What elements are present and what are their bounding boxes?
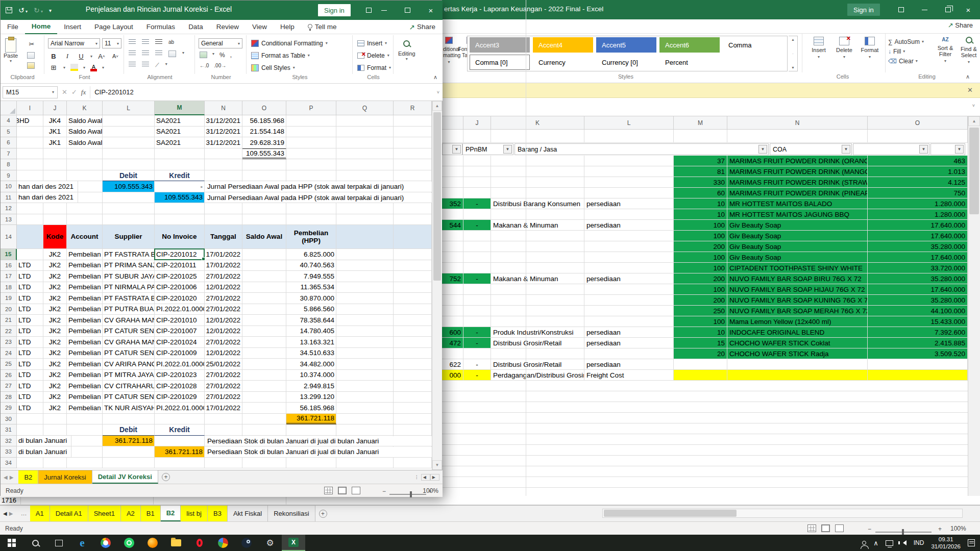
cell-N5[interactable]: 31/12/2021 xyxy=(205,127,242,138)
cell-N28[interactable]: 27/01/2022 xyxy=(205,392,242,403)
cell-K7[interactable] xyxy=(67,148,103,160)
row-header-22[interactable]: 22 xyxy=(1,326,17,337)
cell-M21[interactable]: CIP-2201010 xyxy=(155,315,205,326)
cell-M-7[interactable]: 100 xyxy=(674,220,727,231)
cell-K9[interactable] xyxy=(67,170,103,182)
cell-N4[interactable]: 31/12/2021 xyxy=(205,115,242,127)
cell-P21[interactable]: 78.358.644 xyxy=(286,315,336,326)
cell-Q6[interactable] xyxy=(336,137,394,148)
cell-P22[interactable]: 14.780.405 xyxy=(286,326,336,337)
background-minimize-button[interactable] xyxy=(913,0,936,19)
whatsapp-icon[interactable] xyxy=(117,535,141,551)
cell-L-5[interactable]: persediaan xyxy=(584,198,674,209)
cell-P20[interactable]: 5.866.560 xyxy=(286,304,336,315)
style-chip-Currency[interactable]: Currency xyxy=(533,55,593,70)
cell-Q7[interactable] xyxy=(336,148,394,160)
cell-I26[interactable]: LTD xyxy=(17,370,43,381)
filter-dropdown-icon[interactable]: ▼ xyxy=(452,145,461,154)
cell-O16[interactable] xyxy=(242,260,286,271)
cell-P6[interactable] xyxy=(286,137,336,148)
cell-L10[interactable]: 109.555.343 xyxy=(103,181,155,192)
cell-M-12[interactable]: 200 xyxy=(674,273,727,284)
cell-N8[interactable] xyxy=(205,159,242,170)
cell-O-21[interactable] xyxy=(868,370,968,381)
cell-M-19[interactable]: 20 xyxy=(674,348,727,359)
cell-N-2[interactable]: MARIMAS FRUIT POWDER DRINK (MANGO xyxy=(727,166,868,177)
cell-O-10[interactable]: 17.640.000 xyxy=(868,252,968,263)
autosum-button[interactable]: ∑AutoSum▾ xyxy=(888,37,933,46)
cell-Q34[interactable] xyxy=(336,458,394,469)
cell-K14[interactable]: Account xyxy=(67,225,103,249)
row-header-25[interactable]: 25 xyxy=(1,359,17,370)
cell-Q14[interactable] xyxy=(336,225,394,249)
cell-M19[interactable]: CIP-2201020 xyxy=(155,293,205,304)
cell-Q23[interactable] xyxy=(336,337,394,348)
row-header-10[interactable]: 10 xyxy=(1,181,17,192)
cell-K33[interactable] xyxy=(67,446,103,458)
network-icon[interactable] xyxy=(886,540,893,546)
cell-J18[interactable]: JK2 xyxy=(43,282,67,293)
chevron-up-icon[interactable]: ∧ xyxy=(873,539,878,547)
cell-L-2[interactable] xyxy=(584,166,674,177)
column-header-L[interactable]: L xyxy=(584,116,674,130)
paste-button[interactable]: Paste▾ xyxy=(4,38,18,63)
cell-J-13[interactable] xyxy=(463,284,491,295)
cell-N23[interactable]: 27/01/2022 xyxy=(205,337,242,348)
cell-O-13[interactable]: 17.640.000 xyxy=(868,284,968,295)
align-center-icon[interactable] xyxy=(142,51,149,56)
cell-R5[interactable] xyxy=(394,127,432,138)
cell-L23[interactable]: CV GRAHA MAND xyxy=(103,337,155,348)
cell-N27[interactable]: 27/01/2022 xyxy=(205,381,242,392)
cell-P8[interactable] xyxy=(286,159,336,170)
cell-clip-15[interactable] xyxy=(442,306,463,316)
increase-indent-icon[interactable] xyxy=(142,62,149,67)
cell-M-4[interactable]: 60 xyxy=(674,188,727,198)
cell-M-17[interactable]: 10 xyxy=(674,327,727,338)
delete-cells-button[interactable]: Delete▾ xyxy=(832,37,856,59)
cell-O13[interactable] xyxy=(242,214,286,226)
cell-J-9[interactable] xyxy=(463,241,491,252)
cell-J31[interactable] xyxy=(43,424,67,436)
cell-Q5[interactable] xyxy=(336,127,394,138)
cell-R25[interactable] xyxy=(394,359,432,370)
cell-R14[interactable] xyxy=(394,225,432,249)
fill-color-icon[interactable] xyxy=(70,64,78,71)
cell-J-21[interactable]: - xyxy=(463,370,491,381)
cell-R18[interactable] xyxy=(394,282,432,293)
column-header-N[interactable]: N xyxy=(205,101,242,115)
cell-O5[interactable]: 21.554.148 xyxy=(242,127,286,138)
cell-N-16[interactable]: Mama Lemon Yellow (12x400 ml) xyxy=(727,316,868,327)
cell-J20[interactable]: JK2 xyxy=(43,304,67,315)
cell-P18[interactable]: 11.365.534 xyxy=(286,282,336,293)
column-header-L[interactable]: L xyxy=(103,101,155,115)
cell-K-17[interactable]: Produk Industri/Konstruksi xyxy=(491,327,584,338)
cell-J29[interactable]: JK2 xyxy=(43,403,67,414)
cell-L4[interactable] xyxy=(103,115,155,127)
cell-K17[interactable]: Pembelian xyxy=(67,271,103,282)
browser-icon[interactable] xyxy=(211,535,235,551)
cell-K15[interactable]: Pembelian xyxy=(67,249,103,260)
comma-style-icon[interactable]: , xyxy=(230,52,232,59)
cell-blank-M[interactable] xyxy=(674,130,727,143)
cell-N-21[interactable] xyxy=(727,370,868,381)
cell-L7[interactable] xyxy=(103,148,155,160)
cell-R23[interactable] xyxy=(394,337,432,348)
cell-J-19[interactable] xyxy=(463,348,491,359)
cell-Q13[interactable] xyxy=(336,214,394,226)
cell-K-15[interactable] xyxy=(491,306,584,316)
cell-J24[interactable]: JK2 xyxy=(43,348,67,359)
cell-Q17[interactable] xyxy=(336,271,394,282)
cell-blank-J[interactable] xyxy=(463,130,491,143)
cell-P5[interactable] xyxy=(286,127,336,138)
cell-Q8[interactable] xyxy=(336,159,394,170)
cell-O20[interactable] xyxy=(242,304,286,315)
filter-dropdown-icon[interactable]: ▼ xyxy=(842,145,850,154)
ribbon-tab-file[interactable]: File xyxy=(1,20,25,34)
tell-me-tab[interactable]: Tell me xyxy=(301,20,344,34)
cell-M29[interactable]: PI.2022.01.00003 xyxy=(155,403,205,414)
cell-K27[interactable]: Pembelian xyxy=(67,381,103,392)
cell-I23[interactable]: LTD xyxy=(17,337,43,348)
sortfilter-button[interactable]: AZSort & Filter▾ xyxy=(934,37,957,63)
row-header-18[interactable]: 18 xyxy=(1,282,17,293)
cell-O-15[interactable]: 44.100.000 xyxy=(868,306,968,316)
